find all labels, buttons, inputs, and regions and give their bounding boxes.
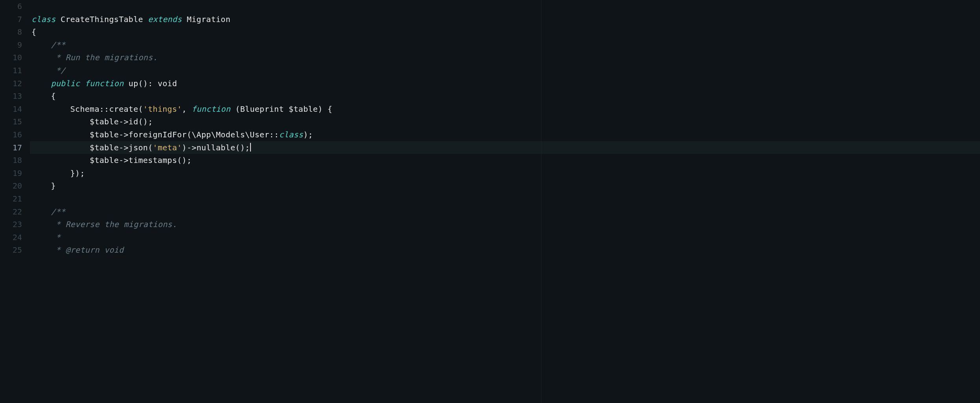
token-func: nullable	[197, 143, 236, 152]
token-doc: *	[51, 233, 61, 242]
token-keyword: function	[192, 104, 235, 114]
token-tag: @return	[65, 245, 104, 255]
line-number: 6	[0, 0, 30, 13]
token-doc: /**	[51, 40, 65, 50]
line-number: 20	[0, 179, 30, 192]
code-line[interactable]: class CreateThingsTable extends Migratio…	[30, 13, 980, 26]
code-line[interactable]: $table->timestamps();	[30, 154, 980, 167]
line-number: 7	[0, 13, 30, 26]
code-line[interactable]: *	[30, 231, 980, 244]
text-cursor	[250, 143, 251, 152]
line-number: 22	[0, 205, 30, 218]
line-number: 15	[0, 115, 30, 128]
token-punct: (Blueprint $table) {	[235, 104, 332, 114]
token-doc: */	[51, 66, 65, 75]
line-number: 10	[0, 51, 30, 64]
token-rettype: void	[104, 245, 123, 255]
code-line[interactable]: public function up(): void	[30, 77, 980, 90]
token-var: $table->	[90, 117, 129, 126]
token-string: 'things'	[143, 104, 182, 114]
line-number: 9	[0, 39, 30, 52]
line-number: 11	[0, 64, 30, 77]
token-string: 'meta'	[153, 143, 182, 152]
token-punct: (\App\Models\User::	[187, 130, 279, 139]
line-number: 8	[0, 26, 30, 39]
line-number: 13	[0, 90, 30, 103]
line-number: 25	[0, 244, 30, 257]
token-keyword: public	[51, 79, 85, 88]
code-line[interactable]	[30, 0, 980, 13]
code-line[interactable]: Schema::create('things', function (Bluep…	[30, 103, 980, 116]
code-line[interactable]: {	[30, 26, 980, 39]
line-number: 16	[0, 128, 30, 141]
code-line[interactable]	[30, 192, 980, 205]
token-var: Schema::	[70, 104, 109, 114]
token-punct: ,	[182, 104, 192, 114]
line-number: 14	[0, 103, 30, 116]
token-punct: });	[70, 168, 85, 178]
token-var: $table->	[90, 155, 129, 165]
token-keyword: class	[31, 15, 61, 24]
token-func: foreignIdFor	[129, 130, 187, 139]
code-line[interactable]: * Run the migrations.	[30, 51, 980, 64]
token-class: Migration	[187, 15, 230, 24]
token-punct: )->	[182, 143, 197, 152]
token-punct: ();	[235, 143, 250, 152]
token-punct: ();	[138, 117, 153, 126]
token-doc: * Reverse the migrations.	[51, 220, 177, 229]
code-line[interactable]: });	[30, 167, 980, 180]
code-area[interactable]: class CreateThingsTable extends Migratio…	[30, 0, 980, 403]
token-punct: (	[148, 143, 153, 152]
token-doc: * Run the migrations.	[51, 53, 158, 62]
token-punct: );	[303, 130, 313, 139]
code-editor[interactable]: 678910111213141516171819202122232425 cla…	[0, 0, 980, 403]
token-keyword: extends	[148, 15, 187, 24]
line-number: 19	[0, 167, 30, 180]
code-line[interactable]: /**	[30, 205, 980, 218]
token-func: json	[129, 143, 148, 152]
code-line[interactable]: /**	[30, 39, 980, 52]
token-doc: *	[51, 245, 65, 255]
token-type: void	[158, 79, 177, 88]
code-line[interactable]: * @return void	[30, 244, 980, 257]
token-punct: ():	[138, 79, 158, 88]
token-var: $table->	[90, 143, 129, 152]
token-punct: ();	[177, 155, 192, 165]
column-ruler	[541, 0, 542, 403]
line-number: 12	[0, 77, 30, 90]
token-func: id	[129, 117, 138, 126]
code-line[interactable]: {	[30, 90, 980, 103]
token-class: CreateThingsTable	[61, 15, 148, 24]
code-line[interactable]: $table->json('meta')->nullable();	[30, 141, 980, 154]
line-number: 23	[0, 218, 30, 231]
token-defname: up	[129, 79, 138, 88]
token-punct: {	[51, 91, 55, 101]
code-line[interactable]: $table->foreignIdFor(\App\Models\User::c…	[30, 128, 980, 141]
token-punct: {	[31, 27, 36, 37]
code-line[interactable]: $table->id();	[30, 115, 980, 128]
line-number: 18	[0, 154, 30, 167]
line-number: 21	[0, 192, 30, 205]
token-punct: }	[51, 181, 55, 190]
line-number: 24	[0, 231, 30, 244]
code-line[interactable]: }	[30, 179, 980, 192]
code-line[interactable]: */	[30, 64, 980, 77]
line-number: 17	[0, 141, 30, 154]
token-var: $table->	[90, 130, 129, 139]
token-classconst: class	[279, 130, 303, 139]
token-doc: /**	[51, 207, 65, 216]
token-func: create	[109, 104, 138, 114]
token-punct: (	[138, 104, 143, 114]
token-keyword: function	[85, 79, 129, 88]
token-func: timestamps	[129, 155, 177, 165]
code-line[interactable]: * Reverse the migrations.	[30, 218, 980, 231]
line-number-gutter: 678910111213141516171819202122232425	[0, 0, 30, 403]
